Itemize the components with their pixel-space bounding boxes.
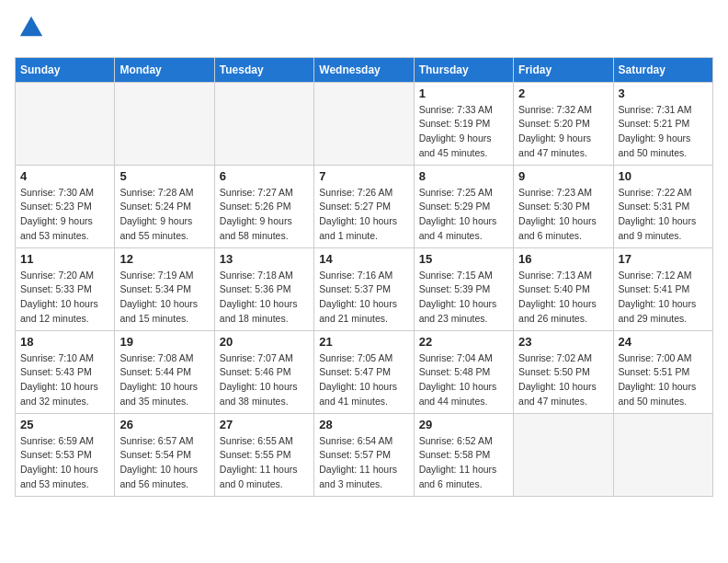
calendar-cell: 27Sunrise: 6:55 AMSunset: 5:55 PMDayligh… bbox=[214, 413, 313, 496]
day-info: Sunrise: 7:07 AMSunset: 5:46 PMDaylight:… bbox=[220, 351, 309, 409]
calendar-week-row: 18Sunrise: 7:10 AMSunset: 5:43 PMDayligh… bbox=[16, 330, 713, 413]
day-number: 1 bbox=[419, 86, 508, 100]
calendar-cell bbox=[613, 413, 712, 496]
day-number: 23 bbox=[518, 335, 608, 349]
svg-marker-0 bbox=[20, 17, 42, 36]
calendar-cell: 3Sunrise: 7:31 AMSunset: 5:21 PMDaylight… bbox=[613, 82, 712, 165]
day-info: Sunrise: 6:55 AMSunset: 5:55 PMDaylight:… bbox=[220, 434, 309, 492]
day-info: Sunrise: 7:10 AMSunset: 5:43 PMDaylight:… bbox=[20, 351, 109, 409]
logo-icon bbox=[18, 15, 44, 40]
day-number: 22 bbox=[419, 335, 508, 349]
day-number: 13 bbox=[220, 252, 309, 266]
day-number: 21 bbox=[319, 335, 408, 349]
calendar-cell: 10Sunrise: 7:22 AMSunset: 5:31 PMDayligh… bbox=[613, 165, 712, 247]
day-number: 28 bbox=[319, 418, 408, 431]
day-info: Sunrise: 6:59 AMSunset: 5:53 PMDaylight:… bbox=[20, 434, 109, 492]
calendar-cell: 21Sunrise: 7:05 AMSunset: 5:47 PMDayligh… bbox=[314, 330, 414, 413]
day-number: 7 bbox=[319, 169, 408, 183]
calendar-header-row: SundayMondayTuesdayWednesdayThursdayFrid… bbox=[16, 57, 713, 82]
day-number: 15 bbox=[419, 252, 508, 266]
calendar-cell: 13Sunrise: 7:18 AMSunset: 5:36 PMDayligh… bbox=[214, 247, 313, 330]
calendar-cell bbox=[514, 413, 613, 496]
calendar-cell: 28Sunrise: 6:54 AMSunset: 5:57 PMDayligh… bbox=[314, 413, 414, 496]
day-info: Sunrise: 7:00 AMSunset: 5:51 PMDaylight:… bbox=[619, 351, 708, 409]
calendar-cell: 22Sunrise: 7:04 AMSunset: 5:48 PMDayligh… bbox=[414, 330, 513, 413]
day-number: 10 bbox=[619, 169, 708, 183]
day-info: Sunrise: 7:15 AMSunset: 5:39 PMDaylight:… bbox=[419, 269, 508, 327]
day-number: 9 bbox=[518, 169, 608, 183]
calendar-week-row: 1Sunrise: 7:33 AMSunset: 5:19 PMDaylight… bbox=[16, 82, 713, 165]
day-info: Sunrise: 7:08 AMSunset: 5:44 PMDaylight:… bbox=[119, 351, 209, 409]
day-info: Sunrise: 7:26 AMSunset: 5:27 PMDaylight:… bbox=[319, 186, 408, 244]
day-number: 24 bbox=[619, 335, 708, 349]
day-info: Sunrise: 7:23 AMSunset: 5:30 PMDaylight:… bbox=[518, 186, 608, 244]
day-number: 29 bbox=[419, 418, 508, 431]
weekday-header: Sunday bbox=[16, 57, 115, 82]
calendar-cell: 17Sunrise: 7:12 AMSunset: 5:41 PMDayligh… bbox=[613, 247, 712, 330]
day-number: 6 bbox=[220, 169, 309, 183]
calendar-cell bbox=[16, 82, 115, 165]
day-info: Sunrise: 7:13 AMSunset: 5:40 PMDaylight:… bbox=[518, 269, 608, 327]
day-number: 12 bbox=[119, 252, 209, 266]
day-info: Sunrise: 6:52 AMSunset: 5:58 PMDaylight:… bbox=[419, 434, 508, 492]
day-info: Sunrise: 7:16 AMSunset: 5:37 PMDaylight:… bbox=[319, 269, 408, 327]
day-info: Sunrise: 7:19 AMSunset: 5:34 PMDaylight:… bbox=[119, 269, 209, 327]
day-info: Sunrise: 7:02 AMSunset: 5:50 PMDaylight:… bbox=[518, 351, 608, 409]
day-info: Sunrise: 7:04 AMSunset: 5:48 PMDaylight:… bbox=[419, 351, 508, 409]
day-number: 27 bbox=[220, 418, 309, 431]
day-info: Sunrise: 7:27 AMSunset: 5:26 PMDaylight:… bbox=[220, 186, 309, 244]
calendar-cell: 14Sunrise: 7:16 AMSunset: 5:37 PMDayligh… bbox=[314, 247, 414, 330]
calendar-cell: 18Sunrise: 7:10 AMSunset: 5:43 PMDayligh… bbox=[16, 330, 115, 413]
calendar-cell: 8Sunrise: 7:25 AMSunset: 5:29 PMDaylight… bbox=[414, 165, 513, 247]
day-number: 14 bbox=[319, 252, 408, 266]
weekday-header: Monday bbox=[115, 57, 214, 82]
day-info: Sunrise: 7:28 AMSunset: 5:24 PMDaylight:… bbox=[119, 186, 209, 244]
day-number: 25 bbox=[20, 418, 109, 431]
weekday-header: Tuesday bbox=[214, 57, 313, 82]
day-number: 11 bbox=[20, 252, 109, 266]
day-info: Sunrise: 7:25 AMSunset: 5:29 PMDaylight:… bbox=[419, 186, 508, 244]
weekday-header: Thursday bbox=[414, 57, 513, 82]
day-info: Sunrise: 6:54 AMSunset: 5:57 PMDaylight:… bbox=[319, 434, 408, 492]
weekday-header: Friday bbox=[514, 57, 613, 82]
calendar-week-row: 25Sunrise: 6:59 AMSunset: 5:53 PMDayligh… bbox=[16, 413, 713, 496]
calendar-cell: 6Sunrise: 7:27 AMSunset: 5:26 PMDaylight… bbox=[214, 165, 313, 247]
day-info: Sunrise: 7:12 AMSunset: 5:41 PMDaylight:… bbox=[619, 269, 708, 327]
calendar-cell: 19Sunrise: 7:08 AMSunset: 5:44 PMDayligh… bbox=[115, 330, 214, 413]
day-info: Sunrise: 7:31 AMSunset: 5:21 PMDaylight:… bbox=[619, 103, 708, 161]
day-number: 19 bbox=[119, 335, 209, 349]
day-number: 2 bbox=[518, 86, 608, 100]
day-info: Sunrise: 7:05 AMSunset: 5:47 PMDaylight:… bbox=[319, 351, 408, 409]
logo bbox=[15, 15, 44, 46]
calendar-cell bbox=[115, 82, 214, 165]
calendar-cell: 16Sunrise: 7:13 AMSunset: 5:40 PMDayligh… bbox=[514, 247, 613, 330]
day-number: 5 bbox=[119, 169, 209, 183]
calendar-cell: 1Sunrise: 7:33 AMSunset: 5:19 PMDaylight… bbox=[414, 82, 513, 165]
calendar-cell: 7Sunrise: 7:26 AMSunset: 5:27 PMDaylight… bbox=[314, 165, 414, 247]
day-info: Sunrise: 7:20 AMSunset: 5:33 PMDaylight:… bbox=[20, 269, 109, 327]
weekday-header: Wednesday bbox=[314, 57, 414, 82]
calendar-cell: 29Sunrise: 6:52 AMSunset: 5:58 PMDayligh… bbox=[414, 413, 513, 496]
day-number: 8 bbox=[419, 169, 508, 183]
weekday-header: Saturday bbox=[613, 57, 712, 82]
day-number: 4 bbox=[20, 169, 109, 183]
calendar-cell: 15Sunrise: 7:15 AMSunset: 5:39 PMDayligh… bbox=[414, 247, 513, 330]
calendar-cell: 4Sunrise: 7:30 AMSunset: 5:23 PMDaylight… bbox=[16, 165, 115, 247]
day-info: Sunrise: 6:57 AMSunset: 5:54 PMDaylight:… bbox=[119, 434, 209, 492]
day-info: Sunrise: 7:33 AMSunset: 5:19 PMDaylight:… bbox=[419, 103, 508, 161]
day-info: Sunrise: 7:30 AMSunset: 5:23 PMDaylight:… bbox=[20, 186, 109, 244]
calendar-cell: 5Sunrise: 7:28 AMSunset: 5:24 PMDaylight… bbox=[115, 165, 214, 247]
calendar-cell: 26Sunrise: 6:57 AMSunset: 5:54 PMDayligh… bbox=[115, 413, 214, 496]
day-info: Sunrise: 7:32 AMSunset: 5:20 PMDaylight:… bbox=[518, 103, 608, 161]
day-number: 3 bbox=[619, 86, 708, 100]
calendar-cell: 11Sunrise: 7:20 AMSunset: 5:33 PMDayligh… bbox=[16, 247, 115, 330]
calendar-cell: 12Sunrise: 7:19 AMSunset: 5:34 PMDayligh… bbox=[115, 247, 214, 330]
calendar-cell: 23Sunrise: 7:02 AMSunset: 5:50 PMDayligh… bbox=[514, 330, 613, 413]
calendar-cell: 25Sunrise: 6:59 AMSunset: 5:53 PMDayligh… bbox=[16, 413, 115, 496]
day-info: Sunrise: 7:18 AMSunset: 5:36 PMDaylight:… bbox=[220, 269, 309, 327]
calendar-cell: 24Sunrise: 7:00 AMSunset: 5:51 PMDayligh… bbox=[613, 330, 712, 413]
day-number: 26 bbox=[119, 418, 209, 431]
calendar-cell: 9Sunrise: 7:23 AMSunset: 5:30 PMDaylight… bbox=[514, 165, 613, 247]
calendar-week-row: 4Sunrise: 7:30 AMSunset: 5:23 PMDaylight… bbox=[16, 165, 713, 247]
calendar-cell: 20Sunrise: 7:07 AMSunset: 5:46 PMDayligh… bbox=[214, 330, 313, 413]
